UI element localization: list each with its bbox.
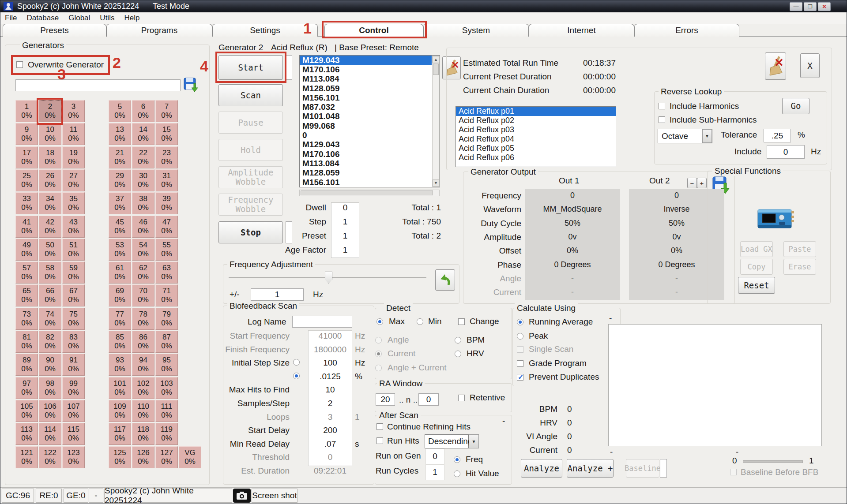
frequency-item[interactable]: M156.101	[300, 178, 432, 187]
preset-chain-item[interactable]: Acid Reflux p03	[456, 125, 616, 134]
bfb-slider-track[interactable]	[743, 460, 803, 463]
generator-cell-79[interactable]: 790%	[155, 308, 178, 330]
generator-cell-58[interactable]: 580%	[39, 261, 61, 284]
scan-button[interactable]: Scan	[218, 84, 283, 106]
generator-cell-59[interactable]: 590%	[62, 261, 85, 284]
generator-cell-103[interactable]: 1030%	[155, 377, 178, 399]
bfb-row-value[interactable]: 0	[308, 452, 352, 462]
analyze-plus-button[interactable]: Analyze +	[567, 459, 614, 478]
run-cycles-input[interactable]: 1	[425, 464, 444, 480]
generator-cell-121[interactable]: 1210%	[15, 446, 38, 468]
order-dropdown-arrow-icon[interactable]: ▼	[469, 434, 479, 448]
frequency-item[interactable]: M113.084	[300, 75, 432, 84]
continue-refining-checkbox[interactable]	[376, 423, 383, 430]
load-gx-button[interactable]: Load GX	[740, 241, 773, 257]
counter-value[interactable]: 1	[331, 217, 359, 227]
bfb-row-value[interactable]: .0125	[308, 372, 352, 381]
step-size-radio[interactable]	[293, 373, 300, 379]
generator-cell-13[interactable]: 130%	[109, 123, 131, 145]
ra-low-input[interactable]: 20	[376, 393, 395, 406]
generator-cell-67[interactable]: 670%	[62, 284, 85, 306]
bfb-row-value[interactable]: 2	[308, 399, 352, 408]
generator-cell-91[interactable]: 910%	[62, 354, 85, 376]
generator-cell-34[interactable]: 340%	[39, 192, 61, 214]
generator-cell-105[interactable]: 1050%	[15, 400, 38, 422]
maximize-button[interactable]: ❐	[804, 2, 817, 11]
tab-errors[interactable]: Errors	[634, 24, 739, 37]
generator-cell-22[interactable]: 220%	[132, 146, 154, 168]
reset-button[interactable]: Reset	[738, 277, 775, 294]
bfb-row-value[interactable]: 100	[308, 358, 352, 368]
go-button[interactable]: Go	[782, 98, 809, 114]
out2-increase-button[interactable]: +	[697, 178, 707, 188]
generator-cell-86[interactable]: 860%	[132, 331, 154, 353]
generator-cell-94[interactable]: 940%	[132, 354, 154, 376]
baseline-button[interactable]: Baseline	[626, 459, 659, 478]
menu-database[interactable]: Database	[26, 14, 59, 22]
bfb-row-value[interactable]: 10	[308, 385, 352, 395]
scroll-down-icon[interactable]: ▼	[433, 179, 439, 187]
counter-value[interactable]: 1	[331, 231, 359, 241]
generator-cell-53[interactable]: 530%	[109, 239, 131, 261]
generator-cell-29[interactable]: 290%	[109, 169, 131, 191]
hit-value-radio[interactable]	[454, 470, 460, 477]
screenshot-camera-button[interactable]	[233, 489, 251, 503]
generator-cell-65[interactable]: 650%	[15, 284, 38, 306]
menu-help[interactable]: Help	[124, 14, 139, 22]
generator-cell-43[interactable]: 430%	[62, 216, 85, 238]
generator-cell-107[interactable]: 1070%	[62, 400, 85, 422]
generator-cell-85[interactable]: 850%	[109, 331, 131, 353]
generator-cell-127[interactable]: 1270%	[155, 446, 178, 468]
frequency-item[interactable]: M101.048	[300, 112, 432, 121]
frequency-item[interactable]: M170.106	[300, 65, 432, 74]
generator-cell-75[interactable]: 750%	[62, 308, 85, 330]
generator-cell-5[interactable]: 50%	[109, 100, 131, 122]
generator-cell-50[interactable]: 500%	[39, 239, 61, 261]
amplitude-wobble-button[interactable]: Amplitude Wobble	[218, 166, 283, 188]
generator-cell-51[interactable]: 510%	[62, 239, 85, 261]
bfb-row-value[interactable]: .07	[308, 439, 352, 449]
generator-cell-3[interactable]: 30%	[62, 100, 85, 122]
tab-programs[interactable]: Programs	[106, 24, 212, 37]
menu-global[interactable]: Global	[68, 14, 90, 22]
detect-max-radio[interactable]	[376, 318, 383, 325]
generator-cell-125[interactable]: 1250%	[109, 446, 131, 468]
paste-button[interactable]: Paste	[783, 241, 816, 257]
generator-cell-6[interactable]: 60%	[132, 100, 154, 122]
generator-cell-106[interactable]: 1060%	[39, 400, 61, 422]
screenshot-label[interactable]: Screen shot	[252, 489, 297, 503]
analyze-button[interactable]: Analyze	[521, 459, 562, 478]
generator-cell-38[interactable]: 380%	[132, 192, 154, 214]
preset-chain-item[interactable]: Acid Reflux p01	[456, 107, 616, 116]
generator-cell-95[interactable]: 950%	[155, 354, 178, 376]
close-button[interactable]: ✕	[818, 2, 831, 11]
run-on-gen-input[interactable]: 0	[425, 448, 444, 464]
running-average-radio[interactable]	[517, 319, 523, 325]
clear-preset-button[interactable]: ✕	[765, 52, 786, 80]
generator-cell-14[interactable]: 140%	[132, 123, 154, 145]
detect-bpm-radio[interactable]	[455, 337, 461, 343]
frequency-item[interactable]: M129.043	[300, 140, 432, 149]
bfb-row-value[interactable]: 41000	[308, 331, 352, 341]
minimize-button[interactable]: —	[790, 2, 802, 11]
generator-cell-11[interactable]: 110%	[62, 123, 85, 145]
include-sub-harmonics-checkbox[interactable]	[659, 116, 665, 123]
generator-cell-17[interactable]: 170%	[15, 146, 38, 168]
generator-cell-74[interactable]: 740%	[39, 308, 61, 330]
include-value-input[interactable]: 0	[767, 145, 805, 159]
frequency-item[interactable]: M156.101	[300, 93, 432, 102]
frequency-item[interactable]: M128.059	[300, 84, 432, 93]
detect-min-radio[interactable]	[417, 318, 423, 325]
generator-cell-87[interactable]: 870%	[155, 331, 178, 353]
generator-cell-49[interactable]: 490%	[15, 239, 38, 261]
generator-cell-54[interactable]: 540%	[132, 239, 154, 261]
generator-cell-71[interactable]: 710%	[155, 284, 178, 306]
peak-radio[interactable]	[517, 333, 523, 340]
detect-hrv-radio[interactable]	[455, 351, 461, 357]
pause-button[interactable]: Pause	[218, 112, 283, 134]
frequency-item[interactable]: M170.106	[300, 149, 432, 159]
save-generator-icon[interactable]	[183, 77, 198, 92]
generator-cell-27[interactable]: 270%	[62, 169, 85, 191]
tab-settings[interactable]: Settings	[212, 24, 318, 37]
generator-cell-37[interactable]: 370%	[109, 192, 131, 214]
